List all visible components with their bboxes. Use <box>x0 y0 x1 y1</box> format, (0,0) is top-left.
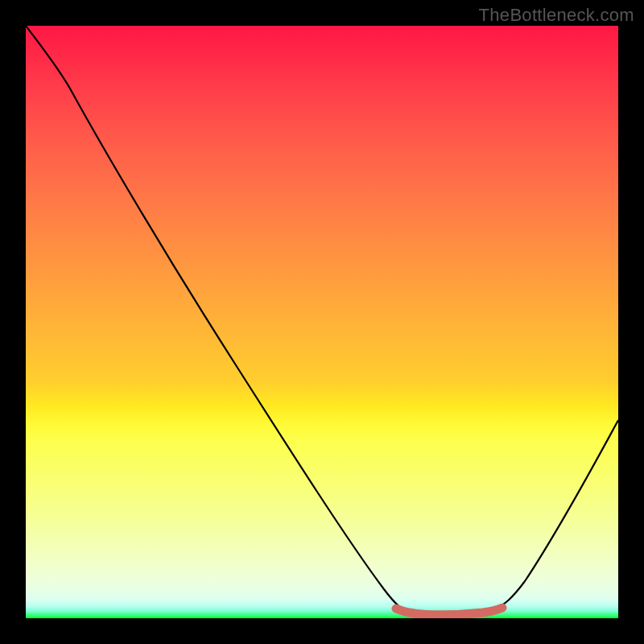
chart-container: TheBottleneck.com <box>0 0 644 644</box>
watermark-text: TheBottleneck.com <box>479 5 634 26</box>
plot-area <box>26 26 618 618</box>
optimal-range-highlight <box>396 608 502 615</box>
chart-svg <box>26 26 618 618</box>
bottleneck-curve <box>26 26 618 615</box>
